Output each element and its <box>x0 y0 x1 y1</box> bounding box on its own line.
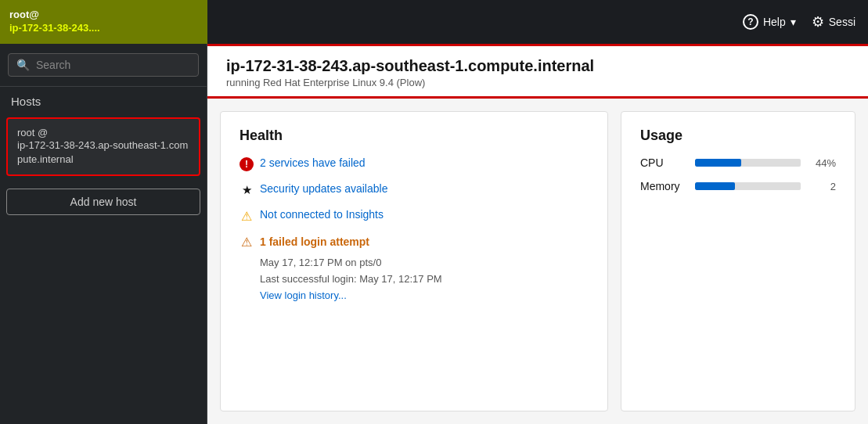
failed-login-detail2: Last successful login: May 17, 12:17 PM <box>260 271 442 288</box>
health-item-security: ★ Security updates available <box>240 182 589 197</box>
sidebar-search-area: 🔍 <box>0 44 207 87</box>
session-label: Sessi <box>829 16 855 28</box>
health-item-login: ⚠ 1 failed login attempt May 17, 12:17 P… <box>240 234 589 304</box>
search-box: 🔍 <box>8 53 199 77</box>
shield-badge-icon: ★ <box>242 183 252 197</box>
add-new-host-button[interactable]: Add new host <box>6 189 200 215</box>
memory-bar <box>695 182 735 190</box>
shield-icon: ★ <box>240 183 254 197</box>
error-icon: ! <box>240 157 254 171</box>
gear-icon: ⚙ <box>812 13 824 31</box>
services-failed-link[interactable]: 2 services have failed <box>260 156 366 169</box>
health-item-insights: ⚠ Not connected to Insights <box>240 208 589 223</box>
content-header: ip-172-31-38-243.ap-southeast-1.compute.… <box>207 46 868 99</box>
help-icon: ? <box>743 14 758 30</box>
cpu-bar-container <box>695 159 801 167</box>
memory-label: Memory <box>640 180 687 192</box>
health-title: Health <box>240 128 589 144</box>
failed-login-link[interactable]: 1 failed login attempt <box>260 235 369 248</box>
topbar-brand: root@ ip-172-31-38-243.... <box>9 9 100 35</box>
warning-orange-icon: ⚠ <box>241 235 252 250</box>
memory-bar-container <box>695 182 801 190</box>
content-area: ip-172-31-38-243.ap-southeast-1.compute.… <box>207 44 868 424</box>
health-item-services: ! 2 services have failed <box>240 156 589 171</box>
view-login-history-link[interactable]: View login history... <box>260 289 347 301</box>
security-updates-link[interactable]: Security updates available <box>260 182 387 195</box>
help-label: Help <box>763 16 786 28</box>
help-chevron-icon: ▾ <box>791 16 796 28</box>
topbar: root@ ip-172-31-38-243.... ? Help ▾ ⚙ Se… <box>0 0 868 44</box>
usage-panel: Usage CPU 44% Memory 2 <box>621 111 855 411</box>
memory-value: 2 <box>809 181 836 192</box>
topbar-hostname: ip-172-31-38-243.... <box>9 22 100 35</box>
cpu-value: 44% <box>809 157 836 169</box>
failed-login-detail1: May 17, 12:17 PM on pts/0 <box>260 255 442 271</box>
topbar-brand-area: root@ ip-172-31-38-243.... <box>0 0 207 44</box>
session-button[interactable]: ⚙ Sessi <box>812 13 855 31</box>
hosts-label: Hosts <box>0 87 207 114</box>
help-button[interactable]: ? Help ▾ <box>743 14 796 30</box>
sidebar: 🔍 Hosts root @ ip-172-31-38-243.ap-south… <box>0 44 207 424</box>
search-icon: 🔍 <box>16 59 30 71</box>
memory-row: Memory 2 <box>640 180 836 192</box>
page-title: ip-172-31-38-243.ap-southeast-1.compute.… <box>226 57 849 75</box>
cpu-bar <box>695 159 741 167</box>
warning-triangle-icon: ⚠ <box>241 209 252 224</box>
failed-login-details: May 17, 12:17 PM on pts/0 Last successfu… <box>260 255 442 304</box>
warning-icon-login: ⚠ <box>240 235 254 249</box>
page-subtitle: running Red Hat Enterprise Linux 9.4 (Pl… <box>226 77 849 88</box>
health-panel: Health ! 2 services have failed ★ Securi… <box>220 111 608 411</box>
main-layout: 🔍 Hosts root @ ip-172-31-38-243.ap-south… <box>0 44 868 424</box>
warning-icon-insights: ⚠ <box>240 209 254 223</box>
topbar-actions: ? Help ▾ ⚙ Sessi <box>207 13 868 31</box>
host-list-item[interactable]: root @ ip-172-31-38-243.ap-southeast-1.c… <box>6 117 200 176</box>
add-host-label: Add new host <box>70 196 137 208</box>
cpu-label: CPU <box>640 156 687 169</box>
search-input[interactable] <box>36 59 190 71</box>
content-panels: Health ! 2 services have failed ★ Securi… <box>207 99 868 424</box>
error-circle-icon: ! <box>240 157 254 171</box>
host-user: root @ <box>17 127 189 138</box>
usage-title: Usage <box>640 128 836 144</box>
insights-link[interactable]: Not connected to Insights <box>260 208 384 221</box>
topbar-user: root@ <box>9 9 100 22</box>
cpu-row: CPU 44% <box>640 156 836 169</box>
host-name: ip-172-31-38-243.ap-southeast-1.compute.… <box>17 138 189 167</box>
